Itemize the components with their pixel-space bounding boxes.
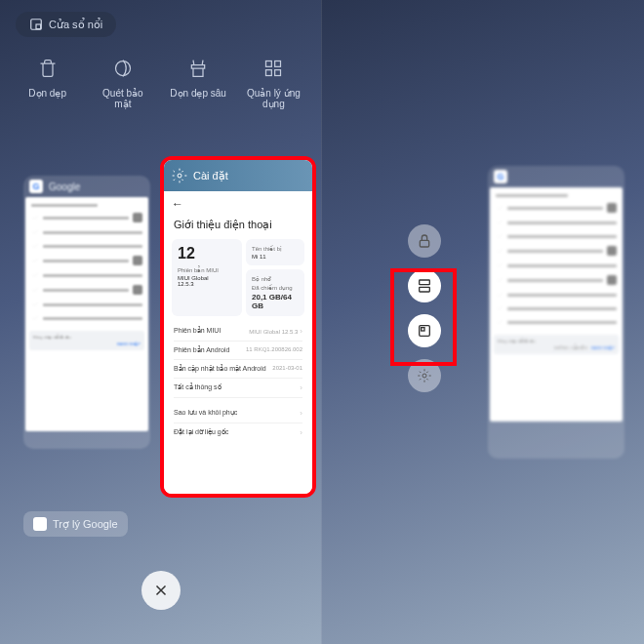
back-arrow-icon[interactable]: ← [164,191,312,217]
svg-point-7 [178,174,181,178]
google-card-body-right: Đăng nhập để bắt đầu KHÔNG, CẢM ƠN ĐĂNG … [490,187,623,422]
top-actions-row: Dọn dẹp Quét bảo mật Dọn dẹp sâu Quản lý… [0,59,321,109]
settings-card-header: Cài đặt [164,160,312,191]
assistant-icon [33,517,47,531]
assistant-card[interactable]: Trợ lý Google [23,511,128,537]
clean-action[interactable]: Dọn dẹp [19,59,77,109]
gear-icon [172,168,187,183]
google-logo-icon: G [494,170,507,183]
all-specs-row[interactable]: Tất cả thông số› [174,379,302,398]
settings-recent-card-highlighted[interactable]: Cài đặt ← Giới thiệu điện thoại 12 Phiên… [160,156,316,498]
page-title: Giới thiệu điện thoại [164,217,312,239]
storage-tile[interactable]: Bộ nhớ Đã chiếm dụng 20,1 GB/64 GB [246,269,304,316]
gear-small-icon [417,368,432,383]
pip-label: Cửa sổ nổi [49,19,102,31]
miui-version-row[interactable]: Phiên bản MIUIMIUI Global 12.5.3› [174,322,302,342]
svg-rect-1 [36,24,41,29]
google-card-body: Đăng nhập để bắt đầu ĐĂNG NHẬP [25,197,148,431]
svg-rect-6 [275,70,281,76]
security-scan-action[interactable]: Quét bảo mật [94,59,152,109]
factory-reset-row[interactable]: Đặt lại dữ liệu gốc› [174,423,302,442]
svg-rect-4 [275,61,281,67]
svg-point-13 [423,374,426,378]
svg-rect-3 [266,61,272,67]
shield-scan-icon [113,59,133,78]
close-icon [152,582,170,599]
apps-icon [263,59,283,78]
clear-all-button[interactable] [141,571,181,610]
google-recent-card[interactable]: G Google Đăng nhập để bắt đầu ĐĂNG NHẬP [23,176,150,449]
svg-point-2 [115,61,130,76]
manage-apps-action[interactable]: Quản lý ứng dụng [244,59,302,109]
trash-icon [38,59,58,78]
device-name-tile[interactable]: Tên thiết bị Mi 11 [246,239,304,265]
backup-row[interactable]: Sao lưu và khôi phục› [174,404,302,423]
lock-icon [417,233,432,249]
highlight-box [390,268,457,366]
lock-app-button[interactable] [408,224,441,258]
google-recent-card-right[interactable]: G Đăng nhập để bắt đầu KHÔNG, CẢM ƠN ĐĂN… [488,166,624,459]
svg-rect-8 [420,240,428,247]
android-version-row[interactable]: Phiên bản Android11 RKQ1.200826.002 [174,342,302,360]
google-logo-icon: G [29,180,43,193]
window-icon [29,18,43,31]
floating-window-button[interactable]: Cửa sổ nổi [16,12,116,37]
security-patch-row[interactable]: Bản cập nhật bảo mật Android2021-03-01 [174,360,302,379]
deep-clean-action[interactable]: Dọn dẹp sâu [169,59,227,109]
svg-rect-5 [266,70,272,76]
miui-version-tile[interactable]: 12 Phiên bản MIUI MIUI Global 12.5.3 [172,239,242,316]
deep-clean-icon [188,59,208,78]
